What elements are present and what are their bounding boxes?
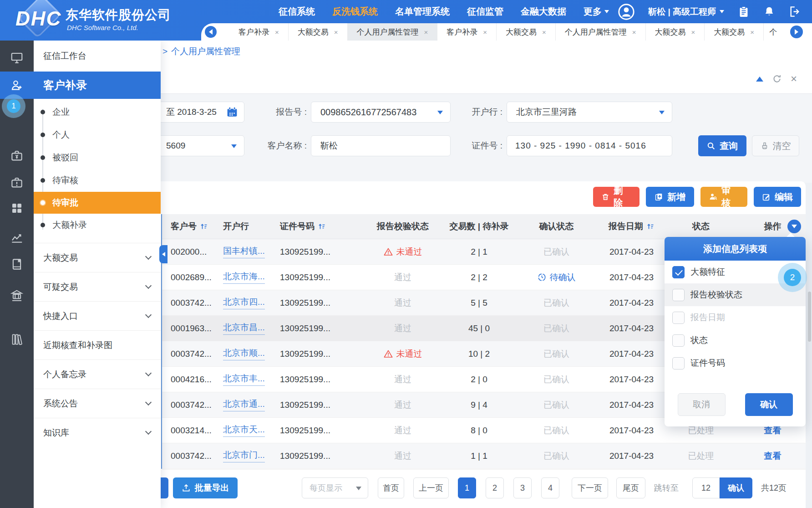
col-check-status[interactable]: 报告校验状态 (360, 221, 446, 232)
bell-icon[interactable] (763, 6, 775, 18)
last-page-button[interactable]: 尾页 (616, 477, 645, 498)
top-nav-item[interactable]: 名单管理系统 (395, 5, 450, 18)
bank-link[interactable]: 北京市四... (223, 296, 265, 309)
jump-to-input[interactable] (692, 477, 720, 498)
column-settings-button[interactable] (787, 220, 801, 233)
line-chart-icon[interactable] (10, 231, 24, 244)
audit-button[interactable]: 审核 (700, 187, 747, 207)
checkbox[interactable] (672, 357, 685, 369)
bank-link[interactable]: 北京市丰... (223, 373, 265, 386)
customer-name-field[interactable]: 靳松 (311, 135, 451, 156)
top-nav-item[interactable]: 更多 (584, 5, 609, 18)
clipboard-icon[interactable] (738, 6, 750, 18)
top-nav-item[interactable]: 征信系统 (279, 5, 315, 18)
checkbox[interactable] (672, 334, 685, 347)
calendar-icon[interactable] (226, 106, 238, 118)
menu-section[interactable]: 知识库 (34, 418, 161, 447)
avatar[interactable] (618, 4, 634, 20)
menu-sub-item[interactable]: 企业 (34, 101, 161, 123)
person-add-icon[interactable] (10, 78, 24, 92)
close-icon[interactable]: × (750, 28, 754, 36)
col-confirm-status[interactable]: 确认状态 (512, 221, 601, 232)
books-icon[interactable] (10, 333, 24, 346)
col-tx-count[interactable]: 交易数 | 待补录 (446, 221, 512, 232)
view-link[interactable]: 查看 (764, 450, 782, 462)
page-number-button[interactable]: 1 (458, 477, 476, 498)
page-number-button[interactable]: 2 (486, 477, 504, 498)
bank-link[interactable]: 北京市通... (223, 398, 265, 411)
page-number-button[interactable]: 4 (541, 477, 559, 498)
menu-sub-item[interactable]: 个人 (34, 123, 161, 146)
top-nav-item[interactable]: 反洗钱系统 (332, 5, 378, 18)
document-tab[interactable]: 大额交易 × (289, 23, 348, 41)
book-icon[interactable] (10, 257, 24, 271)
first-page-button[interactable]: 首页 (378, 477, 404, 498)
bank-link[interactable]: 北京市门... (223, 449, 265, 462)
bank-select[interactable]: 北京市三里河路 (507, 102, 672, 123)
menu-group-customer-supplement[interactable]: 客户补录 (34, 72, 161, 99)
close-panel-icon[interactable]: × (791, 74, 797, 83)
edit-button[interactable]: 编辑 (754, 187, 801, 207)
close-icon[interactable]: × (334, 28, 338, 36)
document-tab[interactable]: 大额交易 × (497, 23, 556, 41)
document-tab[interactable]: 大额交易 × (646, 23, 705, 41)
checkbox[interactable] (672, 266, 685, 278)
collapse-panel-icon[interactable] (756, 77, 763, 82)
menu-sub-item[interactable]: 被驳回 (34, 146, 161, 169)
bank-link[interactable]: 国丰村镇... (223, 245, 265, 258)
delete-button[interactable]: 删除 (593, 187, 639, 207)
table-row[interactable]: 0003742... 北京市门... 130925199... 通过 1 | 1… (162, 443, 806, 469)
alert-case-icon[interactable] (10, 176, 24, 190)
logout-icon[interactable] (789, 5, 801, 18)
top-nav-item[interactable]: 金融大数据 (521, 5, 566, 18)
refresh-icon[interactable] (772, 74, 782, 83)
money-case-icon[interactable] (10, 149, 24, 163)
col-status[interactable]: 状态 (662, 221, 740, 232)
close-icon[interactable]: × (424, 28, 428, 36)
scrollbar-thumb[interactable] (808, 292, 811, 342)
tab-scroll-right-button[interactable] (790, 26, 803, 38)
code-select[interactable]: 5609 (158, 135, 244, 156)
menu-section[interactable]: 近期核查和补录图 (34, 330, 161, 359)
menu-item-workbench[interactable]: 征信工作台 (34, 41, 161, 72)
clear-button[interactable]: 清空 (752, 135, 799, 156)
menu-section[interactable]: 系统公告 (34, 389, 161, 418)
report-no-select[interactable]: 0098652616772567483 (311, 102, 451, 123)
id-no-field[interactable]: 130 - 925 - 1990 - 0814 - 5016 (507, 135, 672, 156)
document-tab[interactable]: 客户补录 × (229, 23, 289, 41)
close-icon[interactable]: × (275, 28, 279, 36)
cancel-button[interactable]: 取消 (678, 393, 726, 416)
document-tab[interactable]: 客户补录 × (437, 23, 497, 41)
date-to-field[interactable]: 至 2018-3-25 (158, 102, 244, 123)
sort-icon[interactable] (646, 222, 655, 231)
close-icon[interactable]: × (542, 28, 546, 36)
next-page-button[interactable]: 下一页 (572, 477, 608, 498)
column-option[interactable]: 证件号码 (665, 352, 806, 375)
document-tab[interactable]: 大额交易 × (705, 23, 764, 41)
jump-confirm-button[interactable]: 确认 (720, 477, 752, 498)
bank-link[interactable]: 北京市顺... (223, 347, 265, 360)
sort-icon[interactable] (200, 222, 208, 231)
column-option[interactable]: 报告校验状态 (665, 283, 806, 306)
sort-icon[interactable] (318, 222, 326, 231)
document-tab[interactable]: 个 × (764, 23, 779, 41)
bank-link[interactable]: 北京市天... (223, 424, 265, 437)
add-button[interactable]: 新增 (646, 187, 694, 207)
col-id-no[interactable]: 证件号码 (280, 221, 360, 232)
col-action[interactable]: 操作 (740, 221, 806, 232)
close-icon[interactable]: × (483, 28, 487, 36)
menu-sub-item[interactable]: 待审核 (34, 169, 161, 192)
document-tab[interactable]: 个人用户属性管理 × (348, 23, 438, 41)
batch-export-button[interactable]: 批量导出 (173, 477, 238, 498)
prev-page-button[interactable]: 上一页 (413, 477, 449, 498)
menu-collapse-handle[interactable] (159, 245, 167, 263)
column-option[interactable]: 报告日期 (665, 306, 806, 329)
menu-section[interactable]: 可疑交易 (34, 272, 161, 301)
tab-scroll-left-button[interactable] (205, 26, 217, 38)
menu-section[interactable]: 快捷入口 (34, 301, 161, 330)
query-button[interactable]: 查询 (698, 135, 746, 156)
col-customer-no[interactable]: 客户号 (162, 221, 223, 232)
top-nav-item[interactable]: 征信监管 (467, 5, 503, 18)
bank-link[interactable]: 北京市海... (223, 271, 265, 284)
document-tab[interactable]: 个人用户属性管理 × (556, 23, 646, 41)
